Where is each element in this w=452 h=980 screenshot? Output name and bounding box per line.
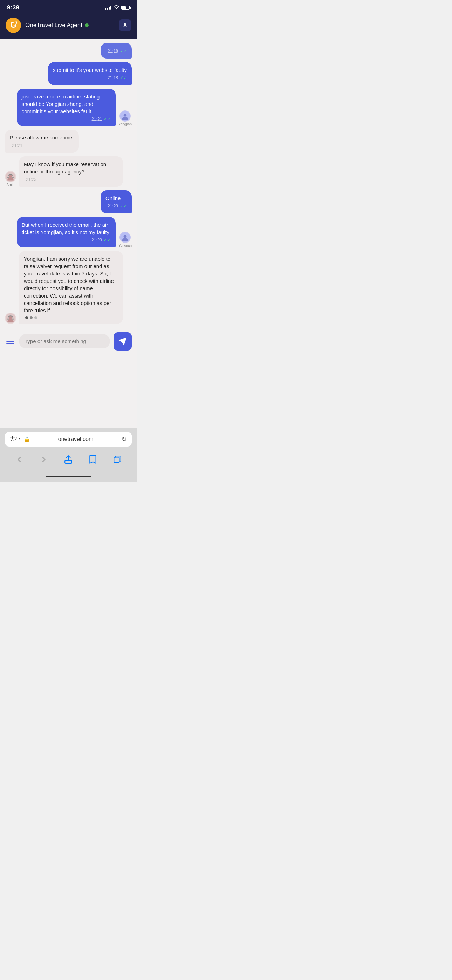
svg-rect-14 [12, 318, 14, 320]
sender-avatar-3 [119, 110, 131, 122]
message-row-truncated: 21:18 ✓✓ [5, 43, 132, 59]
url-bar[interactable]: 大小 🔒 onetravel.com ↻ [5, 432, 132, 447]
message-time: 21:18 [108, 48, 118, 54]
svg-point-10 [124, 235, 127, 238]
message-row-7: Yongjian But when I received the email, … [5, 217, 132, 247]
agent-avatar-col-8 [5, 313, 16, 324]
sender-name-3: Yongjian [118, 123, 132, 126]
bubble-out-3: just leave a note to airline, stating sh… [17, 89, 116, 127]
svg-rect-7 [7, 177, 9, 178]
status-bar: 9:39 [0, 0, 137, 14]
wifi-icon [113, 5, 119, 11]
sender-avatar-7 [119, 232, 131, 243]
status-time: 9:39 [7, 4, 19, 11]
message-text-5: May I know if you make reservation onlin… [24, 161, 106, 175]
message-text-7: But when I received the email, the air t… [22, 222, 109, 235]
message-row-4: Please allow me sometime. 21:21 [5, 130, 132, 153]
message-text-8: Yongjian, I am sorry we are unable to ra… [24, 256, 114, 313]
message-row-6: Online 21:23 ✓✓ [5, 190, 132, 213]
sender-avatar-col-3: Yongjian [118, 110, 132, 126]
message-time-7: 21:23 [91, 237, 102, 243]
bubble-out-7: But when I received the email, the air t… [17, 217, 116, 247]
bubble-meta-5: 21:23 [24, 177, 118, 183]
refresh-icon[interactable]: ↻ [122, 435, 127, 443]
app-logo: G [6, 18, 21, 33]
message-text-3: just leave a note to airline, stating sh… [22, 94, 100, 114]
close-button[interactable]: X [119, 19, 131, 31]
text-size-label: 大小 [10, 436, 20, 442]
message-text-4: Please allow me sometime. [10, 135, 74, 140]
read-checks: ✓✓ [120, 48, 127, 54]
agent-avatar-col-5: Amie [5, 171, 16, 187]
agent-avatar-8 [5, 313, 16, 324]
header-title-row: OneTravel Live Agent [25, 22, 115, 29]
message-time-6: 21:23 [108, 203, 118, 209]
read-checks-3: ✓✓ [104, 116, 111, 123]
agent-name-5: Amie [6, 183, 15, 187]
online-indicator [85, 24, 89, 27]
bubble-out-6: Online 21:23 ✓✓ [100, 190, 132, 213]
send-button[interactable] [113, 332, 132, 350]
agent-name: OneTravel Live Agent [25, 22, 82, 29]
bubble-out-2: submit to it's your website faulty 21:18… [48, 62, 132, 85]
lock-icon: 🔒 [24, 436, 30, 442]
chat-area: 21:18 ✓✓ submit to it's your website fau… [0, 38, 137, 328]
agent-avatar-5 [5, 171, 16, 182]
typing-indicator [24, 314, 118, 320]
message-row-3: Yongjian just leave a note to airline, s… [5, 89, 132, 127]
home-indicator-bar [46, 476, 91, 477]
bubble-meta-3: 21:21 ✓✓ [22, 116, 111, 123]
browser-bar: 大小 🔒 onetravel.com ↻ [0, 428, 137, 449]
battery-icon [121, 6, 130, 10]
message-text-2: submit to it's your website faulty [53, 67, 127, 73]
bubble-meta-2: 21:18 ✓✓ [53, 75, 127, 81]
bubble-meta: 21:18 ✓✓ [105, 48, 127, 54]
empty-space [0, 358, 137, 428]
menu-button[interactable] [5, 337, 16, 345]
message-input[interactable] [19, 334, 110, 348]
sender-name-7: Yongjian [118, 243, 132, 247]
home-indicator-area [0, 473, 137, 482]
bubble-in-4: Please allow me sometime. 21:21 [5, 130, 79, 153]
read-checks-2: ✓✓ [120, 75, 127, 81]
message-time-3: 21:21 [91, 116, 102, 123]
bubble-meta-6: 21:23 ✓✓ [105, 203, 127, 209]
hamburger-line-2 [6, 341, 14, 342]
message-time-5: 21:23 [26, 177, 37, 183]
message-row-8: Yongjian, I am sorry we are unable to ra… [5, 251, 132, 324]
bubble-in-8: Yongjian, I am sorry we are unable to ra… [19, 251, 123, 324]
url-text: onetravel.com [33, 436, 118, 442]
message-time-4: 21:21 [12, 143, 22, 149]
svg-rect-16 [114, 457, 119, 462]
tabs-button[interactable] [109, 453, 126, 468]
message-row-5: Amie May I know if you make reservation … [5, 156, 132, 187]
bubble-meta-4: 21:21 [10, 143, 74, 149]
hamburger-line-3 [6, 343, 14, 344]
forward-button[interactable] [36, 453, 52, 468]
sender-avatar-col-7: Yongjian [118, 232, 132, 247]
status-icons [105, 5, 130, 11]
svg-rect-8 [12, 177, 14, 178]
bubble-meta-7: 21:23 ✓✓ [22, 237, 111, 243]
bookmarks-button[interactable] [85, 453, 101, 468]
bubble-out-truncated: 21:18 ✓✓ [100, 43, 132, 59]
share-button[interactable] [60, 453, 76, 468]
chat-header: G OneTravel Live Agent X [0, 14, 137, 38]
bubble-in-5: May I know if you make reservation onlin… [19, 156, 123, 187]
read-checks-6: ✓✓ [120, 203, 127, 209]
browser-nav [0, 449, 137, 473]
svg-rect-13 [7, 318, 9, 320]
back-button[interactable] [11, 453, 27, 468]
message-text-6: Online [105, 195, 121, 201]
hamburger-line-1 [6, 339, 14, 340]
message-row-2: submit to it's your website faulty 21:18… [5, 62, 132, 85]
message-time-2: 21:18 [108, 75, 118, 81]
signal-bars-icon [105, 6, 111, 10]
svg-point-4 [124, 114, 127, 117]
read-checks-7: ✓✓ [104, 237, 111, 243]
input-area [0, 328, 137, 358]
